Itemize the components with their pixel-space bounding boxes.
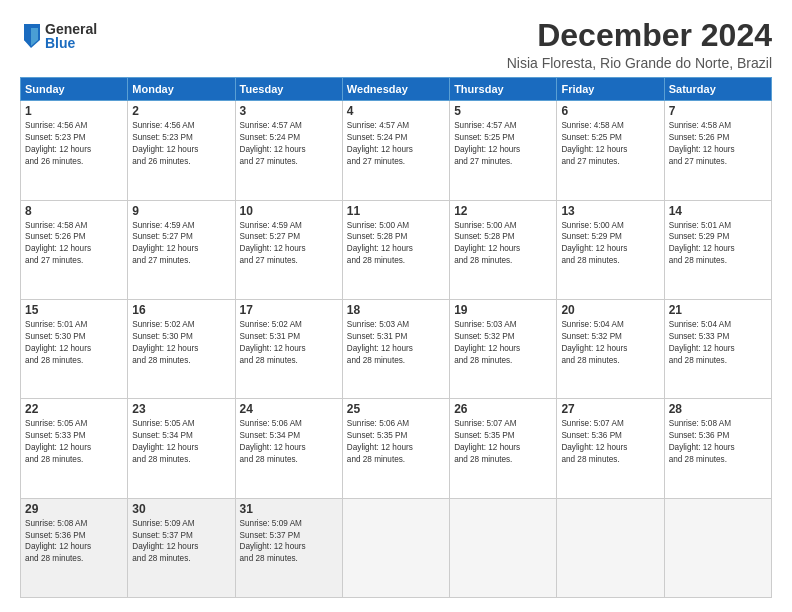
cell-details: Sunrise: 5:07 AM Sunset: 5:35 PM Dayligh… [454, 418, 552, 466]
cell-details: Sunrise: 5:03 AM Sunset: 5:32 PM Dayligh… [454, 319, 552, 367]
cell-details: Sunrise: 5:09 AM Sunset: 5:37 PM Dayligh… [240, 518, 338, 566]
title-block: December 2024 Nisia Floresta, Rio Grande… [507, 18, 772, 71]
cell-details: Sunrise: 5:08 AM Sunset: 5:36 PM Dayligh… [25, 518, 123, 566]
cell-details: Sunrise: 5:02 AM Sunset: 5:30 PM Dayligh… [132, 319, 230, 367]
calendar-cell: 23 Sunrise: 5:05 AM Sunset: 5:34 PM Dayl… [128, 399, 235, 498]
calendar-cell: 6 Sunrise: 4:58 AM Sunset: 5:25 PM Dayli… [557, 101, 664, 200]
day-number: 5 [454, 104, 552, 118]
calendar-cell: 26 Sunrise: 5:07 AM Sunset: 5:35 PM Dayl… [450, 399, 557, 498]
cell-details: Sunrise: 5:03 AM Sunset: 5:31 PM Dayligh… [347, 319, 445, 367]
cell-details: Sunrise: 5:06 AM Sunset: 5:35 PM Dayligh… [347, 418, 445, 466]
day-number: 16 [132, 303, 230, 317]
day-number: 22 [25, 402, 123, 416]
day-number: 26 [454, 402, 552, 416]
calendar-cell: 19 Sunrise: 5:03 AM Sunset: 5:32 PM Dayl… [450, 299, 557, 398]
calendar-cell [342, 498, 449, 597]
cell-details: Sunrise: 5:04 AM Sunset: 5:33 PM Dayligh… [669, 319, 767, 367]
cell-details: Sunrise: 4:56 AM Sunset: 5:23 PM Dayligh… [25, 120, 123, 168]
col-thursday: Thursday [450, 78, 557, 101]
cell-details: Sunrise: 4:57 AM Sunset: 5:24 PM Dayligh… [347, 120, 445, 168]
calendar-cell: 10 Sunrise: 4:59 AM Sunset: 5:27 PM Dayl… [235, 200, 342, 299]
calendar-cell: 30 Sunrise: 5:09 AM Sunset: 5:37 PM Dayl… [128, 498, 235, 597]
page: General Blue December 2024 Nisia Florest… [0, 0, 792, 612]
cell-details: Sunrise: 5:00 AM Sunset: 5:28 PM Dayligh… [454, 220, 552, 268]
col-saturday: Saturday [664, 78, 771, 101]
day-number: 18 [347, 303, 445, 317]
cell-details: Sunrise: 5:08 AM Sunset: 5:36 PM Dayligh… [669, 418, 767, 466]
calendar-cell: 22 Sunrise: 5:05 AM Sunset: 5:33 PM Dayl… [21, 399, 128, 498]
cell-details: Sunrise: 5:01 AM Sunset: 5:29 PM Dayligh… [669, 220, 767, 268]
calendar-cell: 21 Sunrise: 5:04 AM Sunset: 5:33 PM Dayl… [664, 299, 771, 398]
cell-details: Sunrise: 5:09 AM Sunset: 5:37 PM Dayligh… [132, 518, 230, 566]
calendar-cell: 1 Sunrise: 4:56 AM Sunset: 5:23 PM Dayli… [21, 101, 128, 200]
calendar-row: 15 Sunrise: 5:01 AM Sunset: 5:30 PM Dayl… [21, 299, 772, 398]
location-subtitle: Nisia Floresta, Rio Grande do Norte, Bra… [507, 55, 772, 71]
col-tuesday: Tuesday [235, 78, 342, 101]
day-number: 28 [669, 402, 767, 416]
calendar-cell: 20 Sunrise: 5:04 AM Sunset: 5:32 PM Dayl… [557, 299, 664, 398]
day-number: 11 [347, 204, 445, 218]
day-number: 8 [25, 204, 123, 218]
cell-details: Sunrise: 5:06 AM Sunset: 5:34 PM Dayligh… [240, 418, 338, 466]
logo-blue: Blue [45, 36, 97, 50]
col-friday: Friday [557, 78, 664, 101]
calendar-cell: 28 Sunrise: 5:08 AM Sunset: 5:36 PM Dayl… [664, 399, 771, 498]
cell-details: Sunrise: 4:57 AM Sunset: 5:25 PM Dayligh… [454, 120, 552, 168]
day-number: 27 [561, 402, 659, 416]
cell-details: Sunrise: 4:59 AM Sunset: 5:27 PM Dayligh… [132, 220, 230, 268]
calendar-cell: 3 Sunrise: 4:57 AM Sunset: 5:24 PM Dayli… [235, 101, 342, 200]
calendar-cell: 31 Sunrise: 5:09 AM Sunset: 5:37 PM Dayl… [235, 498, 342, 597]
cell-details: Sunrise: 5:01 AM Sunset: 5:30 PM Dayligh… [25, 319, 123, 367]
header: General Blue December 2024 Nisia Florest… [20, 18, 772, 71]
logo: General Blue [20, 22, 97, 50]
day-number: 9 [132, 204, 230, 218]
day-number: 14 [669, 204, 767, 218]
cell-details: Sunrise: 5:05 AM Sunset: 5:34 PM Dayligh… [132, 418, 230, 466]
calendar-cell: 4 Sunrise: 4:57 AM Sunset: 5:24 PM Dayli… [342, 101, 449, 200]
day-number: 30 [132, 502, 230, 516]
cell-details: Sunrise: 5:05 AM Sunset: 5:33 PM Dayligh… [25, 418, 123, 466]
calendar-cell: 27 Sunrise: 5:07 AM Sunset: 5:36 PM Dayl… [557, 399, 664, 498]
cell-details: Sunrise: 5:07 AM Sunset: 5:36 PM Dayligh… [561, 418, 659, 466]
day-number: 24 [240, 402, 338, 416]
calendar-cell: 18 Sunrise: 5:03 AM Sunset: 5:31 PM Dayl… [342, 299, 449, 398]
cell-details: Sunrise: 4:58 AM Sunset: 5:25 PM Dayligh… [561, 120, 659, 168]
calendar-body: 1 Sunrise: 4:56 AM Sunset: 5:23 PM Dayli… [21, 101, 772, 598]
calendar-table: Sunday Monday Tuesday Wednesday Thursday… [20, 77, 772, 598]
cell-details: Sunrise: 5:02 AM Sunset: 5:31 PM Dayligh… [240, 319, 338, 367]
day-number: 31 [240, 502, 338, 516]
cell-details: Sunrise: 4:57 AM Sunset: 5:24 PM Dayligh… [240, 120, 338, 168]
header-row: Sunday Monday Tuesday Wednesday Thursday… [21, 78, 772, 101]
calendar-cell [664, 498, 771, 597]
day-number: 13 [561, 204, 659, 218]
cell-details: Sunrise: 5:00 AM Sunset: 5:29 PM Dayligh… [561, 220, 659, 268]
cell-details: Sunrise: 5:00 AM Sunset: 5:28 PM Dayligh… [347, 220, 445, 268]
calendar-cell: 29 Sunrise: 5:08 AM Sunset: 5:36 PM Dayl… [21, 498, 128, 597]
calendar-row: 8 Sunrise: 4:58 AM Sunset: 5:26 PM Dayli… [21, 200, 772, 299]
cell-details: Sunrise: 4:59 AM Sunset: 5:27 PM Dayligh… [240, 220, 338, 268]
day-number: 2 [132, 104, 230, 118]
logo-general: General [45, 22, 97, 36]
day-number: 23 [132, 402, 230, 416]
calendar-cell: 8 Sunrise: 4:58 AM Sunset: 5:26 PM Dayli… [21, 200, 128, 299]
col-wednesday: Wednesday [342, 78, 449, 101]
day-number: 25 [347, 402, 445, 416]
day-number: 12 [454, 204, 552, 218]
calendar-cell: 2 Sunrise: 4:56 AM Sunset: 5:23 PM Dayli… [128, 101, 235, 200]
col-sunday: Sunday [21, 78, 128, 101]
day-number: 1 [25, 104, 123, 118]
day-number: 29 [25, 502, 123, 516]
calendar-cell: 16 Sunrise: 5:02 AM Sunset: 5:30 PM Dayl… [128, 299, 235, 398]
logo-icon [20, 22, 42, 50]
calendar-row: 29 Sunrise: 5:08 AM Sunset: 5:36 PM Dayl… [21, 498, 772, 597]
day-number: 19 [454, 303, 552, 317]
cell-details: Sunrise: 4:58 AM Sunset: 5:26 PM Dayligh… [25, 220, 123, 268]
calendar-cell: 7 Sunrise: 4:58 AM Sunset: 5:26 PM Dayli… [664, 101, 771, 200]
calendar-cell: 5 Sunrise: 4:57 AM Sunset: 5:25 PM Dayli… [450, 101, 557, 200]
day-number: 7 [669, 104, 767, 118]
calendar-cell: 12 Sunrise: 5:00 AM Sunset: 5:28 PM Dayl… [450, 200, 557, 299]
calendar-cell: 15 Sunrise: 5:01 AM Sunset: 5:30 PM Dayl… [21, 299, 128, 398]
calendar-header: Sunday Monday Tuesday Wednesday Thursday… [21, 78, 772, 101]
day-number: 20 [561, 303, 659, 317]
day-number: 4 [347, 104, 445, 118]
